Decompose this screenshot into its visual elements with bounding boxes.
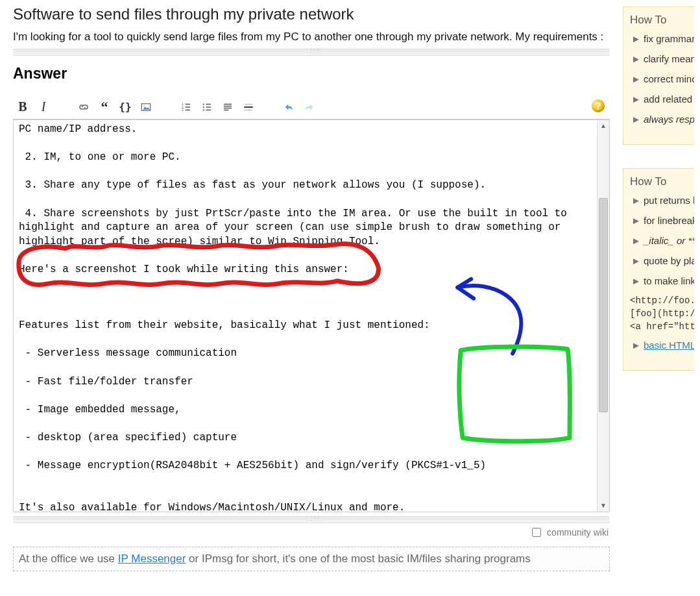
question-body: I'm looking for a tool to quickly send l… — [13, 30, 610, 45]
image-icon — [140, 101, 152, 113]
heading-button[interactable] — [219, 99, 236, 115]
quote-button[interactable]: “ — [96, 99, 113, 115]
community-wiki-row: community wiki — [13, 526, 609, 539]
italic-button[interactable]: I — [35, 99, 52, 115]
preview-prefix: At the office we use — [19, 553, 118, 565]
question-title: Software to send files through my privat… — [13, 5, 610, 23]
bold-button[interactable]: B — [14, 99, 31, 115]
help-item: quote by placing — [631, 255, 694, 266]
undo-button[interactable] — [280, 99, 297, 115]
editor-toolbar: B I “ {} 123 — [13, 97, 610, 119]
svg-point-14 — [203, 109, 204, 110]
scroll-thumb[interactable] — [599, 198, 608, 412]
basic-html-link[interactable]: basic HTML — [644, 340, 694, 351]
community-wiki-checkbox[interactable] — [532, 528, 541, 537]
code-button[interactable]: {} — [117, 99, 134, 115]
help-item-link: basic HTML — [631, 340, 694, 351]
hr-button[interactable] — [240, 99, 257, 115]
help-panel-list: put returns between for linebreak add _i… — [630, 195, 694, 286]
scroll-up-arrow[interactable]: ▲ — [597, 120, 609, 132]
svg-point-2 — [143, 105, 145, 106]
ulist-icon — [201, 101, 213, 113]
svg-point-12 — [203, 103, 204, 105]
preview-suffix: or IPmsg for short, it's one of the most… — [186, 553, 530, 565]
link-icon — [78, 101, 90, 113]
redo-button[interactable] — [301, 99, 318, 115]
preview-link[interactable]: IP Messenger — [118, 553, 186, 565]
help-item: to make links — [631, 275, 694, 286]
resize-divider-top[interactable] — [13, 49, 610, 56]
help-item: fix grammar — [631, 33, 694, 44]
answer-heading: Answer — [13, 65, 610, 82]
answer-textarea[interactable] — [14, 120, 597, 512]
main-column: Software to send files through my privat… — [0, 0, 623, 596]
answer-preview: At the office we use IP Messenger or IPm… — [13, 547, 610, 571]
help-item: always respect — [631, 114, 694, 125]
heading-icon — [222, 101, 234, 113]
community-wiki-label[interactable]: community wiki — [547, 527, 609, 538]
help-mono: <http://foo.com> — [630, 295, 694, 306]
olist-icon: 123 — [180, 101, 192, 113]
svg-point-13 — [203, 106, 204, 108]
right-sidebar: How To fix grammar clarify meaning corre… — [623, 0, 694, 596]
unordered-list-button[interactable] — [199, 99, 215, 115]
help-panel-title: How To — [630, 175, 694, 188]
help-link-list: basic HTML — [630, 340, 694, 351]
help-item: correct minor mistakes — [631, 73, 694, 84]
help-mono: [foo](http://foo.com) — [630, 308, 694, 319]
undo-icon — [283, 101, 295, 113]
help-item: put returns between — [631, 195, 694, 206]
link-button[interactable] — [75, 99, 92, 115]
svg-text:3: 3 — [182, 108, 184, 112]
scroll-down-arrow[interactable]: ▼ — [597, 500, 609, 512]
help-button[interactable]: ? — [592, 99, 605, 112]
hr-icon — [243, 101, 254, 113]
image-button[interactable] — [138, 99, 154, 115]
ordered-list-button[interactable]: 123 — [178, 99, 195, 115]
help-panel-list: fix grammar clarify meaning correct mino… — [630, 33, 694, 125]
redo-icon — [304, 101, 315, 113]
help-item: clarify meaning — [631, 53, 694, 64]
help-item: add related resources — [631, 93, 694, 105]
help-panel-title: How To — [630, 14, 694, 27]
resize-divider-bottom[interactable] — [13, 516, 610, 523]
help-item: for linebreak add — [631, 215, 694, 226]
help-item: _italic_ or **bold** — [631, 235, 694, 246]
help-panel-format: How To put returns between for linebreak… — [623, 168, 694, 371]
editor-container: ▲ ▼ — [13, 119, 610, 512]
scrollbar[interactable]: ▲ ▼ — [597, 120, 610, 512]
help-mono: <a href="http://foo.com">foo</a> — [630, 321, 694, 332]
help-panel-edit: How To fix grammar clarify meaning corre… — [623, 6, 694, 145]
